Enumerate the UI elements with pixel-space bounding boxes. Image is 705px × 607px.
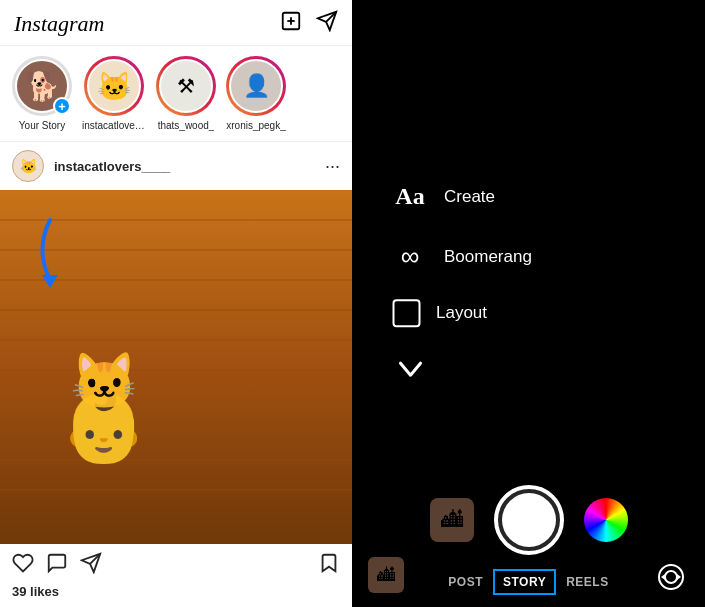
gallery-thumbnail-button[interactable]: 🏙 xyxy=(430,498,474,542)
post-image: 👶 🐱 xyxy=(0,190,352,544)
feed-header: Instagram xyxy=(0,0,352,46)
create-label: Create xyxy=(444,187,495,207)
story-arrow-overlay xyxy=(30,210,70,290)
post-header: 🐱 instacatlovers____ ··· xyxy=(0,142,352,190)
story-item-your-story[interactable]: 🐕 + Your Story xyxy=(12,56,72,131)
boomerang-icon: ∞ xyxy=(392,239,428,275)
svg-marker-18 xyxy=(42,275,58,288)
post-more-button[interactable]: ··· xyxy=(325,156,340,177)
thats-wood-label: thats_wood_ xyxy=(158,120,215,131)
xronis-pegk-label: xronis_pegk_ xyxy=(226,120,285,131)
post-avatar[interactable]: 🐱 xyxy=(12,150,44,182)
header-actions xyxy=(280,10,338,37)
your-story-label: Your Story xyxy=(19,120,65,131)
story-item-thats-wood[interactable]: ⚒ thats_wood_ xyxy=(156,56,216,131)
tab-reels[interactable]: REELS xyxy=(556,569,619,595)
tab-story[interactable]: STORY xyxy=(493,569,556,595)
post-username[interactable]: instacatlovers____ xyxy=(54,159,325,174)
send-icon[interactable] xyxy=(316,10,338,37)
your-story-avatar-wrap: 🐕 + xyxy=(12,56,72,116)
instacatlovers-label: instacatlovers___ xyxy=(82,120,146,131)
new-post-icon[interactable] xyxy=(280,10,302,37)
instagram-feed-panel: Instagram 🐕 xyxy=(0,0,352,607)
instacatlovers-avatar-wrap: 🐱 xyxy=(84,56,144,116)
create-text-icon: Aa xyxy=(392,179,428,215)
svg-text:🐱: 🐱 xyxy=(70,349,139,414)
stories-row: 🐕 + Your Story 🐱 instacatlovers___ ⚒ tha xyxy=(0,46,352,142)
capture-button[interactable] xyxy=(494,485,564,555)
story-options-more[interactable] xyxy=(392,351,665,387)
camera-flip-button[interactable] xyxy=(653,559,689,595)
add-story-badge: + xyxy=(53,97,71,115)
thats-wood-ring: ⚒ xyxy=(156,56,216,116)
instagram-logo: Instagram xyxy=(14,11,104,37)
story-options-menu: Aa Create ∞ Boomerang Layout xyxy=(352,179,705,387)
chevron-down-icon xyxy=(392,351,428,387)
gallery-icon-left[interactable]: 🏙 xyxy=(368,557,404,593)
tab-post[interactable]: POST xyxy=(438,569,493,595)
thats-wood-avatar: ⚒ xyxy=(159,59,213,113)
story-bottom-controls: 🏙 🏙 POST STORY REELS xyxy=(352,485,705,607)
post-actions xyxy=(0,544,352,584)
svg-marker-23 xyxy=(661,574,665,580)
layout-label: Layout xyxy=(436,303,487,323)
story-option-create[interactable]: Aa Create xyxy=(392,179,665,215)
story-item-xronis-pegk[interactable]: 👤 xronis_pegk_ xyxy=(226,56,286,131)
xronis-pegk-ring: 👤 xyxy=(226,56,286,116)
story-option-layout[interactable]: Layout xyxy=(392,299,665,327)
likes-count: 39 likes xyxy=(0,584,352,607)
capture-button-inner xyxy=(502,493,556,547)
share-button[interactable] xyxy=(80,552,102,580)
instacatlovers-avatar: 🐱 xyxy=(87,59,141,113)
story-item-instacatlovers[interactable]: 🐱 instacatlovers___ xyxy=(82,56,146,131)
capture-row: 🏙 xyxy=(352,485,705,555)
xronis-pegk-avatar: 👤 xyxy=(229,59,283,113)
story-option-boomerang[interactable]: ∞ Boomerang xyxy=(392,239,665,275)
color-wheel-button[interactable] xyxy=(584,498,628,542)
layout-icon xyxy=(392,299,420,327)
bookmark-button[interactable] xyxy=(318,552,340,580)
story-camera-panel: Aa Create ∞ Boomerang Layout xyxy=(352,0,705,607)
thats-wood-avatar-wrap: ⚒ xyxy=(156,56,216,116)
boomerang-label: Boomerang xyxy=(444,247,532,267)
xronis-pegk-avatar-wrap: 👤 xyxy=(226,56,286,116)
comment-button[interactable] xyxy=(46,552,68,580)
instacatlovers-ring: 🐱 xyxy=(84,56,144,116)
story-mode-tabs: 🏙 POST STORY REELS xyxy=(352,569,705,595)
like-button[interactable] xyxy=(12,552,34,580)
